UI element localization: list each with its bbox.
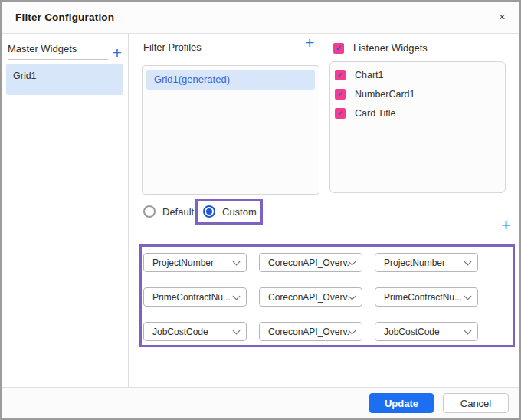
close-icon[interactable]: ✕ (499, 13, 506, 21)
add-filter-profile-icon[interactable]: + (305, 37, 314, 49)
add-mapping-icon[interactable]: + (501, 219, 511, 231)
custom-radio-label: Custom (222, 206, 257, 218)
custom-highlight-frame: Custom (195, 199, 263, 225)
master-widgets-panel: Master Widgets + Grid1 (2, 34, 129, 387)
source-dropdown[interactable]: CoreconAPI_Overv... (259, 253, 362, 272)
field-dropdown[interactable]: JobCostCode (143, 322, 247, 341)
listener-widget-row: ✓ NumberCard1 (335, 89, 505, 100)
field-dropdown[interactable]: ProjectNumber (143, 253, 247, 272)
chevron-down-icon (233, 292, 241, 300)
chevron-down-icon (349, 326, 356, 334)
chevron-down-icon (464, 326, 472, 334)
listener-widget-row: ✓ Chart1 (335, 70, 505, 80)
listener-label: Chart1 (355, 70, 384, 80)
filter-profile-item[interactable]: Grid1(generated) (146, 70, 315, 90)
master-widget-item-grid1[interactable]: Grid1 (6, 64, 123, 95)
mapping-row: PrimeContractNu... CoreconAPI_Overv... P… (143, 287, 478, 307)
update-button[interactable]: Update (369, 393, 434, 413)
filter-profiles-header: Filter Profiles (143, 41, 202, 53)
chevron-down-icon (349, 292, 356, 300)
default-radio[interactable] (143, 205, 156, 218)
filter-profiles-list: Grid1(generated) (142, 65, 319, 195)
chevron-down-icon (464, 258, 472, 265)
listener-checkbox-chart1[interactable]: ✓ (335, 70, 346, 80)
dialog-titlebar: Filter Configuration ✕ (2, 2, 519, 34)
listener-widgets-header-row: ✓ Listener Widgets (333, 42, 428, 54)
checkmark-icon: ✓ (337, 71, 343, 79)
mapping-row: ProjectNumber CoreconAPI_Overv... Projec… (143, 253, 478, 272)
listener-checkbox-numbercard1[interactable]: ✓ (335, 89, 346, 100)
add-master-widget-icon[interactable]: + (113, 47, 122, 59)
checkmark-icon: ✓ (336, 44, 342, 52)
checkmark-icon: ✓ (337, 110, 343, 117)
cancel-button[interactable]: Cancel (443, 393, 509, 413)
dialog-footer: Update Cancel (2, 387, 519, 418)
listener-label: Card Title (355, 108, 396, 119)
default-radio-label: Default (162, 206, 194, 218)
master-widgets-header: Master Widgets (8, 43, 108, 60)
listener-widget-row: ✓ Card Title (335, 108, 505, 119)
filter-configuration-dialog: Filter Configuration ✕ Master Widgets + … (0, 0, 521, 420)
mapping-row: JobCostCode CoreconAPI_Overv... JobCostC… (143, 322, 478, 341)
source-dropdown[interactable]: CoreconAPI_Overv... (259, 322, 362, 341)
field-dropdown[interactable]: PrimeContractNu... (143, 287, 247, 307)
listener-widgets-select-all-checkbox[interactable]: ✓ (333, 43, 344, 54)
checkmark-icon: ✓ (337, 90, 343, 98)
source-dropdown[interactable]: CoreconAPI_Overv... (259, 287, 362, 307)
chevron-down-icon (233, 258, 241, 265)
mapping-section: ProjectNumber CoreconAPI_Overv... Projec… (139, 244, 515, 347)
listener-widgets-header: Listener Widgets (353, 42, 428, 54)
target-dropdown[interactable]: PrimeContractNu... (375, 287, 478, 307)
default-radio-row: Default (143, 205, 194, 218)
chevron-down-icon (349, 258, 356, 265)
dialog-title: Filter Configuration (15, 11, 114, 23)
listener-checkbox-card-title[interactable]: ✓ (335, 108, 346, 119)
target-dropdown[interactable]: ProjectNumber (375, 253, 478, 272)
listener-label: NumberCard1 (355, 89, 415, 100)
chevron-down-icon (464, 292, 472, 300)
chevron-down-icon (233, 326, 241, 334)
custom-radio[interactable] (203, 205, 215, 218)
listener-widgets-list: ✓ Chart1 ✓ NumberCard1 ✓ Card Title (329, 61, 506, 193)
dialog-content: Filter Profiles + Grid1(generated) ✓ Lis… (129, 34, 519, 387)
target-dropdown[interactable]: JobCostCode (375, 322, 478, 341)
master-widgets-header-row: Master Widgets + (8, 43, 122, 60)
